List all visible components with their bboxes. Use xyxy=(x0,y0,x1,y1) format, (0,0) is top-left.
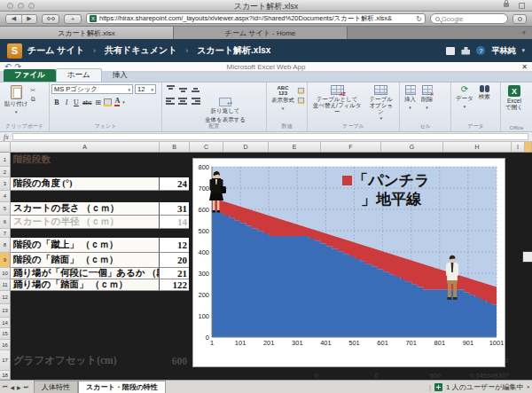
user-menu[interactable]: 平林純 xyxy=(491,45,515,57)
row-header-6[interactable]: 6 xyxy=(0,216,11,229)
prev-sheet-button[interactable]: ◀ xyxy=(10,384,14,390)
column-header-H[interactable]: H xyxy=(443,142,512,152)
decrease-decimal-icon[interactable] xyxy=(298,98,304,104)
font-color-button[interactable]: A xyxy=(114,98,120,106)
strikethrough-button[interactable]: abc xyxy=(82,99,91,106)
cell-A9-label[interactable]: 階段の「踏面」 （ｃｍ） xyxy=(11,253,160,268)
row-header-11[interactable]: 11 xyxy=(0,279,11,291)
insert-cells-button[interactable]: 挿入 ▾ xyxy=(402,84,419,123)
cell-B8-value[interactable]: 12 xyxy=(160,238,189,253)
font-size-select[interactable]: 12 ▾ xyxy=(135,84,156,94)
help-icon[interactable]: ? xyxy=(476,46,485,55)
row-header-5[interactable]: 5 xyxy=(0,202,11,216)
downloads-button[interactable] xyxy=(512,14,527,24)
tab-skirt-analysis[interactable]: スカート解析.xlsx xyxy=(0,27,174,39)
cell-B5-value[interactable]: 31 xyxy=(160,202,189,216)
formula-input[interactable] xyxy=(12,133,528,140)
row-header-8[interactable]: 8 xyxy=(0,238,11,253)
add-tab-button[interactable]: + xyxy=(516,27,532,39)
cell-B6-value[interactable]: 14 xyxy=(160,216,189,229)
borders-button[interactable]: ⊞ xyxy=(94,98,101,106)
last-sheet-button[interactable]: ⏭ xyxy=(24,384,28,390)
cell-B10-value[interactable]: 21 xyxy=(160,268,189,279)
underline-button[interactable]: U xyxy=(73,98,80,106)
column-header-D[interactable]: D xyxy=(223,142,269,152)
find-button[interactable]: 検索 xyxy=(476,84,493,123)
table-options-button[interactable]: テーブルオプション ▾ xyxy=(364,84,397,123)
row-header-13[interactable]: 13 xyxy=(0,304,11,318)
cell-A17-label[interactable]: グラフオフセット(cm) xyxy=(11,350,160,371)
wrap-text-button[interactable]: 折り返して 全体を表示する xyxy=(203,97,247,125)
row-header-10[interactable]: 10 xyxy=(0,268,11,279)
cell-B17-value[interactable]: 600 xyxy=(160,350,189,371)
bold-button[interactable]: B xyxy=(53,98,60,106)
align-top-button[interactable] xyxy=(166,85,176,93)
breadcrumb-shared-documents[interactable]: 共有ドキュメント xyxy=(105,44,176,57)
tab-home[interactable]: ホーム xyxy=(56,68,102,82)
align-bottom-button[interactable] xyxy=(191,85,200,93)
italic-button[interactable]: I xyxy=(63,98,70,106)
delete-cells-button[interactable]: ✕ 削除 ▾ xyxy=(419,84,435,123)
select-all-corner[interactable] xyxy=(0,142,11,153)
refresh-data-button[interactable]: ⟳ データ ▾ xyxy=(453,84,476,123)
cell-B9-value[interactable]: 20 xyxy=(160,253,189,268)
column-header-I[interactable]: I xyxy=(512,142,525,152)
cell-B11-value[interactable]: 122 xyxy=(160,279,189,291)
new-tab-button[interactable]: + xyxy=(64,14,82,24)
resize-icon[interactable] xyxy=(519,3,525,9)
increase-decimal-icon[interactable] xyxy=(298,88,304,94)
row-header-15[interactable]: 15 xyxy=(0,328,11,340)
paste-button[interactable]: 貼り付け ▾ xyxy=(2,84,30,123)
next-sheet-button[interactable]: ▶ xyxy=(17,384,21,390)
cut-button[interactable]: ✂ xyxy=(30,87,35,94)
sheet-tab-body[interactable]: 人体特性 xyxy=(34,381,78,393)
user-caret-icon[interactable]: ▾ xyxy=(521,47,525,54)
cell-A10-label[interactable]: 踊り場が「何段に一個」あるか （段） xyxy=(11,268,160,279)
cell-A8-label[interactable]: 階段の「蹴上」 （ｃｍ） xyxy=(11,238,160,253)
people-icon[interactable] xyxy=(461,47,470,55)
tab-file[interactable]: ファイル xyxy=(4,69,56,82)
column-header-selected-sliver[interactable] xyxy=(525,142,532,152)
number-format-button[interactable]: ABC123 表示形式 ▾ xyxy=(269,84,297,123)
row-header-12[interactable]: 12 xyxy=(0,291,11,304)
column-header-F[interactable]: F xyxy=(321,142,381,152)
status-caret-icon[interactable]: ▾ xyxy=(527,384,529,389)
column-header-C[interactable]: C xyxy=(190,142,223,152)
cell-B3-value[interactable]: 24 xyxy=(160,177,189,191)
cell-A3-label[interactable]: 階段の角度 (°) xyxy=(11,177,160,191)
cell-A5-label[interactable]: スカートの長さ （ｃｍ） xyxy=(11,202,160,216)
reload-icon[interactable]: ↻ xyxy=(416,15,422,23)
open-in-excel-button[interactable]: X Excelで開く xyxy=(503,84,526,123)
row-header-3[interactable]: 3 xyxy=(0,177,11,191)
row-header-18[interactable]: 18 xyxy=(0,371,11,380)
address-bar[interactable]: X https://hirax.sharepoint.com/_layouts/… xyxy=(86,13,426,24)
chart-selection-handle[interactable] xyxy=(522,251,532,263)
tab-team-site-home[interactable]: チーム サイト - Home xyxy=(174,27,348,39)
tag-icon[interactable] xyxy=(446,47,455,55)
align-center-button[interactable] xyxy=(178,97,188,105)
cell-A1-label[interactable]: 階段段数 xyxy=(11,153,189,167)
column-header-G[interactable]: G xyxy=(381,142,443,152)
column-header-A[interactable]: A xyxy=(11,142,160,152)
font-name-select[interactable]: MS Pゴシック ▾ xyxy=(51,84,133,94)
row-header-1[interactable]: 1 xyxy=(0,153,11,167)
first-sheet-button[interactable]: ⏮ xyxy=(3,384,7,390)
row-header-9[interactable]: 9 xyxy=(0,253,11,268)
chart-legend[interactable]: 「パンチラ 」地平線 xyxy=(342,171,502,208)
fill-color-button[interactable] xyxy=(104,98,112,106)
back-button[interactable]: ◀ xyxy=(6,15,21,23)
reader-button[interactable] xyxy=(42,14,59,24)
breadcrumb-team-site[interactable]: チーム サイト xyxy=(27,44,84,57)
sort-filter-table-button[interactable]: AZ テーブルとして並べ替え/フィルター xyxy=(309,84,364,123)
align-left-button[interactable] xyxy=(166,97,176,105)
align-right-button[interactable] xyxy=(191,97,200,105)
cell-A11-label[interactable]: 踊り場の「踏面」 （ｃｍ） xyxy=(11,279,160,291)
column-header-E[interactable]: E xyxy=(269,142,321,152)
row-header-16[interactable]: 16 xyxy=(0,340,11,350)
row-header-14[interactable]: 14 xyxy=(0,318,11,328)
sharepoint-logo[interactable]: S xyxy=(7,43,22,59)
column-header-B[interactable]: B xyxy=(160,142,190,152)
sheet-tab-skirt-stairs[interactable]: スカート・階段の特性 xyxy=(78,381,166,393)
align-middle-button[interactable] xyxy=(178,85,188,93)
copy-button[interactable]: ⧉ xyxy=(30,96,35,103)
